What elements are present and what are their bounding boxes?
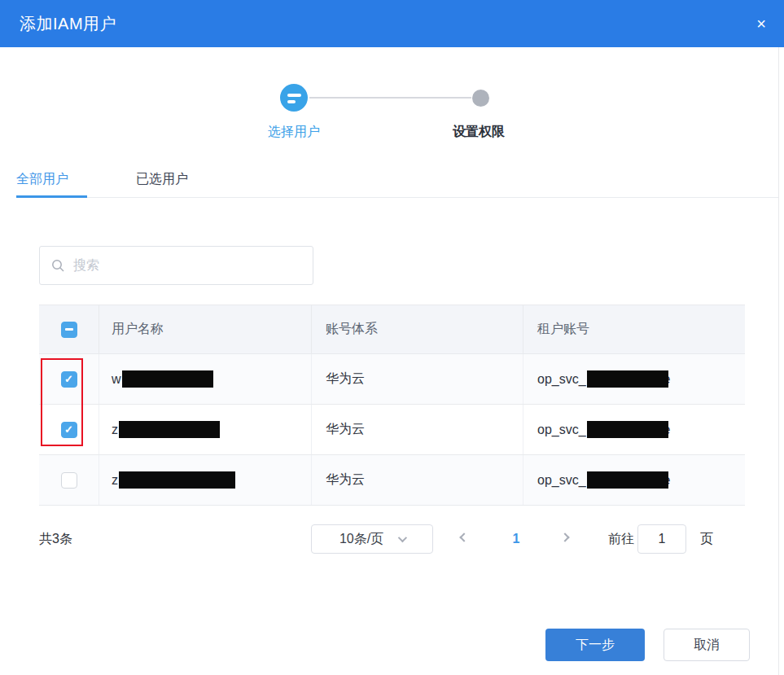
account-system-text: 华为云 xyxy=(326,370,365,388)
goto-page-input[interactable] xyxy=(637,524,686,554)
chevron-down-icon xyxy=(398,533,407,542)
redaction-bar xyxy=(122,370,213,388)
next-page-button[interactable] xyxy=(560,533,569,541)
account-system-cell: 华为云 xyxy=(312,354,523,404)
cancel-button[interactable]: 取消 xyxy=(664,629,750,661)
redaction-bar xyxy=(587,370,668,388)
add-iam-user-dialog: 添加IAM用户 × 选择用户 设置权限 全部用户 已选用户 用户名称 账号体系 … xyxy=(0,0,784,675)
step-1-indicator xyxy=(280,84,308,112)
close-icon[interactable]: × xyxy=(753,12,769,35)
row-checkbox[interactable] xyxy=(61,371,77,388)
select-all-checkbox[interactable] xyxy=(61,322,77,338)
goto-page-unit-label: 页 xyxy=(700,524,713,554)
select-all-cell xyxy=(39,305,99,353)
table-row[interactable]: w 华为云 op_svc_e xyxy=(39,354,745,405)
table-row[interactable]: z 华为云 op_svc_e xyxy=(39,455,745,506)
row-checkbox-cell xyxy=(39,455,99,505)
account-system-cell: 华为云 xyxy=(312,455,523,505)
username-cell: w xyxy=(99,354,312,404)
username-text: z xyxy=(112,423,118,437)
row-checkbox-cell xyxy=(39,405,99,454)
column-header-account-system: 账号体系 xyxy=(312,305,523,353)
column-header-tenant-account: 租户账号 xyxy=(523,305,745,353)
stepper-connector xyxy=(309,97,471,99)
user-table: 用户名称 账号体系 租户账号 w 华为云 op_svc_e z xyxy=(39,305,745,506)
step-2-label: 设置权限 xyxy=(426,124,532,141)
tab-selected-users[interactable]: 已选用户 xyxy=(136,171,188,188)
account-system-cell: 华为云 xyxy=(312,405,523,454)
account-system-text: 华为云 xyxy=(326,471,365,489)
tenant-account-cell: op_svc_e xyxy=(523,354,745,404)
dialog-titlebar: 添加IAM用户 × xyxy=(0,0,784,47)
dialog-title: 添加IAM用户 xyxy=(20,13,116,35)
search-box[interactable] xyxy=(39,246,313,285)
column-header-username: 用户名称 xyxy=(99,305,312,353)
tabs-divider xyxy=(16,197,778,198)
redaction-bar xyxy=(587,421,668,438)
table-header-row: 用户名称 账号体系 租户账号 xyxy=(39,305,745,354)
search-input[interactable] xyxy=(73,258,313,273)
username-cell: z xyxy=(99,405,312,454)
table-row[interactable]: z 华为云 op_svc_e xyxy=(39,405,745,455)
row-checkbox[interactable] xyxy=(61,422,77,438)
row-checkbox[interactable] xyxy=(61,472,77,489)
tab-all-users[interactable]: 全部用户 xyxy=(16,171,68,188)
current-page-button[interactable]: 1 xyxy=(505,524,528,554)
goto-page-label: 前往 xyxy=(608,524,634,554)
user-list-icon xyxy=(287,100,296,103)
next-step-button[interactable]: 下一步 xyxy=(545,629,645,661)
tenant-text: op_svc_ xyxy=(537,473,586,488)
username-text: z xyxy=(112,473,118,488)
page-size-value: 10条/页 xyxy=(339,531,383,548)
prev-page-button[interactable] xyxy=(459,533,468,541)
row-checkbox-cell xyxy=(39,354,99,404)
active-tab-underline xyxy=(16,195,87,198)
tenant-account-cell: op_svc_e xyxy=(523,405,745,454)
tenant-account-cell: op_svc_e xyxy=(523,455,745,505)
account-system-text: 华为云 xyxy=(326,421,365,438)
page-size-select[interactable]: 10条/页 xyxy=(311,524,433,554)
search-icon xyxy=(51,259,65,273)
step-1-label: 选择用户 xyxy=(241,124,347,141)
redaction-bar xyxy=(119,471,235,489)
tenant-text: op_svc_ xyxy=(537,423,586,437)
redaction-bar xyxy=(119,421,220,438)
dialog-right-edge xyxy=(778,47,779,675)
step-2-indicator xyxy=(472,90,489,107)
user-list-icon xyxy=(287,94,301,97)
tenant-text: op_svc_ xyxy=(537,372,586,387)
total-count-label: 共3条 xyxy=(39,524,72,554)
username-cell: z xyxy=(99,455,312,505)
username-text: w xyxy=(112,372,121,387)
redaction-bar xyxy=(587,471,668,489)
